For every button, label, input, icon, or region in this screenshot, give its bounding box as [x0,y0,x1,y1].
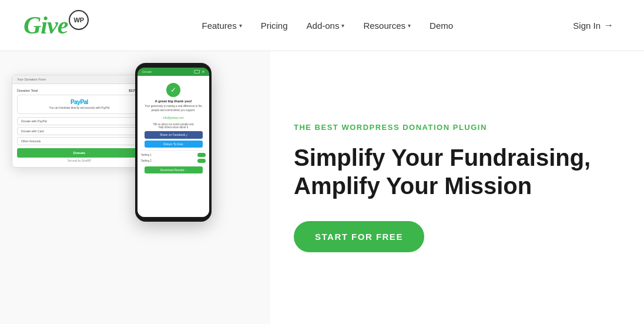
phone-body-text: Your generosity is making a real differe… [141,105,206,113]
logo[interactable]: Give WP [24,11,89,39]
chevron-down-icon: ▾ [239,22,242,29]
chevron-down-icon: ▾ [341,22,344,29]
nav-resources[interactable]: Resources ▾ [356,16,418,35]
chevron-down-icon: ▾ [408,22,411,29]
cta-start-free-button[interactable]: START FOR FREE [294,221,424,252]
logo-give-text: Give [24,11,68,39]
check-circle-icon: ✓ [166,83,180,97]
phone-top-bar: Donate ▦ [137,68,209,76]
donation-total-label: Donation Total [17,89,38,92]
site-header: Give WP Features ▾ Pricing Add-ons ▾ Res… [0,0,644,51]
hero-mockups: Your Donation Form Donation Total $175.0… [0,51,270,324]
sign-in-button[interactable]: Sign In → [566,15,620,35]
mockup-body: Donation Total $175.00 PayPal You can fu… [12,84,146,167]
donate-submit-button[interactable]: Donate [17,148,142,158]
mockup-header: Your Donation Form [12,75,146,84]
arrow-right-icon: → [604,20,613,31]
phone-download-button[interactable]: Download Receipt ↓ [145,166,203,173]
phone-content: ✓ A great big thank you! Your generosity… [137,76,209,217]
nav-pricing[interactable]: Pricing [254,16,295,35]
secured-footnote: Secured by GiveWP [17,159,142,162]
toggle-1[interactable] [197,153,206,157]
paypal-description: You can fundraise directly and securely … [22,106,136,110]
paypal-section: PayPal You can fundraise directly and se… [17,95,142,114]
nav-addons[interactable]: Add-ons ▾ [300,16,352,35]
phone-thank-you-text: A great big thank you! [155,99,192,103]
phone-facebook-button[interactable]: Share on Facebook 𝒻 [145,131,203,139]
toggle-row-2: Setting 2 [141,159,206,163]
logo-wp-badge: WP [69,10,89,30]
hero-title: Simplify Your Fundraising, Amplify Your … [294,143,609,200]
divider [141,150,206,151]
toggle-row-1: Setting 1 [141,153,206,157]
desktop-mockup: Your Donation Form Donation Total $175.0… [12,75,147,168]
paypal-logo: PayPal [22,99,136,105]
toggle-2[interactable] [197,159,206,163]
phone-social-text: Tell us about our event people andhelp o… [153,123,194,129]
hero-text: THE BEST WORDPRESS DONATION PLUGIN Simpl… [270,51,644,324]
other-amounts-input: Other Amounts ◎ [17,137,142,145]
phone-twitter-button[interactable]: Return To Give [145,141,203,148]
donate-card-input: Donate with Card $ [17,127,142,135]
phone-mockup: Donate ▦ ✓ A great big thank you! Your g… [135,63,212,222]
main-nav: Features ▾ Pricing Add-ons ▾ Resources ▾… [89,16,566,35]
hero-section: Your Donation Form Donation Total $175.0… [0,51,644,324]
phone-screen: Donate ▦ ✓ A great big thank you! Your g… [137,68,209,217]
phone-email-link: info@givewp.com [163,116,184,119]
nav-demo[interactable]: Demo [422,16,460,35]
nav-features[interactable]: Features ▾ [194,16,249,35]
donate-paypal-input: Donate with PayPal $ [17,117,142,125]
hero-subtitle: THE BEST WORDPRESS DONATION PLUGIN [294,123,609,132]
